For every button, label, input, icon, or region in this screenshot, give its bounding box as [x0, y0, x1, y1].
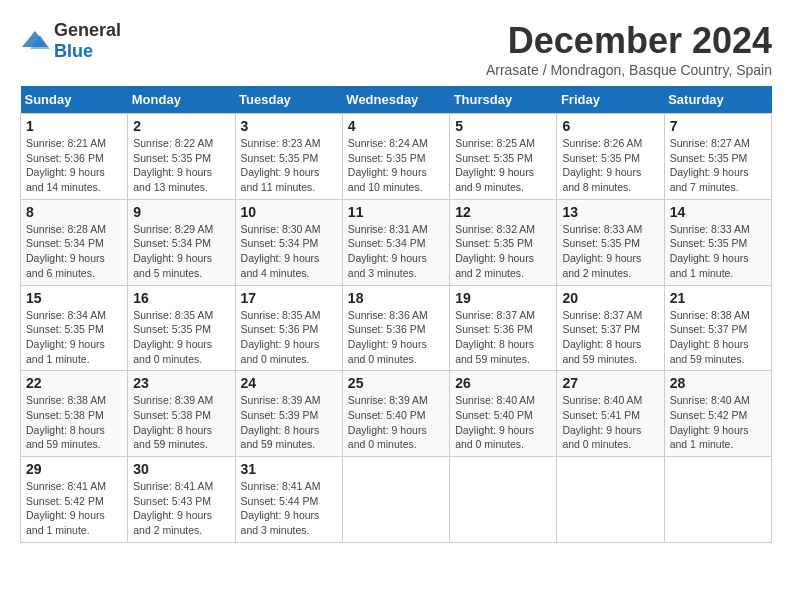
calendar-cell	[557, 457, 664, 543]
day-number: 16	[133, 290, 229, 306]
day-number: 26	[455, 375, 551, 391]
calendar-week-row: 22 Sunrise: 8:38 AMSunset: 5:38 PMDaylig…	[21, 371, 772, 457]
day-number: 2	[133, 118, 229, 134]
calendar-cell: 2 Sunrise: 8:22 AMSunset: 5:35 PMDayligh…	[128, 114, 235, 200]
calendar-cell: 17 Sunrise: 8:35 AMSunset: 5:36 PMDaylig…	[235, 285, 342, 371]
location-title: Arrasate / Mondragon, Basque Country, Sp…	[486, 62, 772, 78]
calendar-cell: 27 Sunrise: 8:40 AMSunset: 5:41 PMDaylig…	[557, 371, 664, 457]
calendar-cell: 10 Sunrise: 8:30 AMSunset: 5:34 PMDaylig…	[235, 199, 342, 285]
day-number: 15	[26, 290, 122, 306]
calendar-cell: 31 Sunrise: 8:41 AMSunset: 5:44 PMDaylig…	[235, 457, 342, 543]
day-detail: Sunrise: 8:38 AMSunset: 5:38 PMDaylight:…	[26, 394, 106, 450]
day-number: 22	[26, 375, 122, 391]
day-number: 5	[455, 118, 551, 134]
calendar-header-row: SundayMondayTuesdayWednesdayThursdayFrid…	[21, 86, 772, 114]
day-number: 6	[562, 118, 658, 134]
day-detail: Sunrise: 8:21 AMSunset: 5:36 PMDaylight:…	[26, 137, 106, 193]
day-detail: Sunrise: 8:27 AMSunset: 5:35 PMDaylight:…	[670, 137, 750, 193]
day-number: 31	[241, 461, 337, 477]
calendar-cell: 26 Sunrise: 8:40 AMSunset: 5:40 PMDaylig…	[450, 371, 557, 457]
day-detail: Sunrise: 8:41 AMSunset: 5:42 PMDaylight:…	[26, 480, 106, 536]
calendar-week-row: 1 Sunrise: 8:21 AMSunset: 5:36 PMDayligh…	[21, 114, 772, 200]
calendar-cell: 29 Sunrise: 8:41 AMSunset: 5:42 PMDaylig…	[21, 457, 128, 543]
day-detail: Sunrise: 8:41 AMSunset: 5:43 PMDaylight:…	[133, 480, 213, 536]
day-number: 28	[670, 375, 766, 391]
calendar-cell: 28 Sunrise: 8:40 AMSunset: 5:42 PMDaylig…	[664, 371, 771, 457]
calendar-cell: 19 Sunrise: 8:37 AMSunset: 5:36 PMDaylig…	[450, 285, 557, 371]
day-detail: Sunrise: 8:25 AMSunset: 5:35 PMDaylight:…	[455, 137, 535, 193]
calendar-cell: 9 Sunrise: 8:29 AMSunset: 5:34 PMDayligh…	[128, 199, 235, 285]
day-detail: Sunrise: 8:31 AMSunset: 5:34 PMDaylight:…	[348, 223, 428, 279]
calendar-cell: 22 Sunrise: 8:38 AMSunset: 5:38 PMDaylig…	[21, 371, 128, 457]
calendar-cell: 12 Sunrise: 8:32 AMSunset: 5:35 PMDaylig…	[450, 199, 557, 285]
calendar-cell: 16 Sunrise: 8:35 AMSunset: 5:35 PMDaylig…	[128, 285, 235, 371]
day-number: 10	[241, 204, 337, 220]
logo-general: General	[54, 20, 121, 40]
calendar-cell: 6 Sunrise: 8:26 AMSunset: 5:35 PMDayligh…	[557, 114, 664, 200]
day-number: 11	[348, 204, 444, 220]
column-header-friday: Friday	[557, 86, 664, 114]
day-number: 25	[348, 375, 444, 391]
logo-icon	[20, 29, 50, 53]
day-number: 24	[241, 375, 337, 391]
calendar-table: SundayMondayTuesdayWednesdayThursdayFrid…	[20, 86, 772, 543]
day-detail: Sunrise: 8:35 AMSunset: 5:36 PMDaylight:…	[241, 309, 321, 365]
calendar-cell: 11 Sunrise: 8:31 AMSunset: 5:34 PMDaylig…	[342, 199, 449, 285]
day-detail: Sunrise: 8:36 AMSunset: 5:36 PMDaylight:…	[348, 309, 428, 365]
day-number: 3	[241, 118, 337, 134]
day-detail: Sunrise: 8:30 AMSunset: 5:34 PMDaylight:…	[241, 223, 321, 279]
calendar-cell: 8 Sunrise: 8:28 AMSunset: 5:34 PMDayligh…	[21, 199, 128, 285]
calendar-cell: 1 Sunrise: 8:21 AMSunset: 5:36 PMDayligh…	[21, 114, 128, 200]
calendar-cell: 7 Sunrise: 8:27 AMSunset: 5:35 PMDayligh…	[664, 114, 771, 200]
day-detail: Sunrise: 8:29 AMSunset: 5:34 PMDaylight:…	[133, 223, 213, 279]
day-detail: Sunrise: 8:40 AMSunset: 5:40 PMDaylight:…	[455, 394, 535, 450]
day-detail: Sunrise: 8:23 AMSunset: 5:35 PMDaylight:…	[241, 137, 321, 193]
page-header: General Blue December 2024 Arrasate / Mo…	[20, 20, 772, 78]
day-detail: Sunrise: 8:32 AMSunset: 5:35 PMDaylight:…	[455, 223, 535, 279]
day-number: 14	[670, 204, 766, 220]
day-number: 9	[133, 204, 229, 220]
calendar-week-row: 8 Sunrise: 8:28 AMSunset: 5:34 PMDayligh…	[21, 199, 772, 285]
day-detail: Sunrise: 8:28 AMSunset: 5:34 PMDaylight:…	[26, 223, 106, 279]
day-detail: Sunrise: 8:41 AMSunset: 5:44 PMDaylight:…	[241, 480, 321, 536]
day-number: 4	[348, 118, 444, 134]
calendar-cell: 23 Sunrise: 8:39 AMSunset: 5:38 PMDaylig…	[128, 371, 235, 457]
day-detail: Sunrise: 8:37 AMSunset: 5:36 PMDaylight:…	[455, 309, 535, 365]
day-number: 21	[670, 290, 766, 306]
day-detail: Sunrise: 8:39 AMSunset: 5:39 PMDaylight:…	[241, 394, 321, 450]
day-number: 12	[455, 204, 551, 220]
calendar-cell: 24 Sunrise: 8:39 AMSunset: 5:39 PMDaylig…	[235, 371, 342, 457]
day-number: 30	[133, 461, 229, 477]
day-detail: Sunrise: 8:39 AMSunset: 5:40 PMDaylight:…	[348, 394, 428, 450]
day-detail: Sunrise: 8:39 AMSunset: 5:38 PMDaylight:…	[133, 394, 213, 450]
calendar-week-row: 29 Sunrise: 8:41 AMSunset: 5:42 PMDaylig…	[21, 457, 772, 543]
calendar-cell: 21 Sunrise: 8:38 AMSunset: 5:37 PMDaylig…	[664, 285, 771, 371]
calendar-cell: 4 Sunrise: 8:24 AMSunset: 5:35 PMDayligh…	[342, 114, 449, 200]
day-detail: Sunrise: 8:33 AMSunset: 5:35 PMDaylight:…	[670, 223, 750, 279]
calendar-cell: 15 Sunrise: 8:34 AMSunset: 5:35 PMDaylig…	[21, 285, 128, 371]
calendar-cell: 25 Sunrise: 8:39 AMSunset: 5:40 PMDaylig…	[342, 371, 449, 457]
day-detail: Sunrise: 8:40 AMSunset: 5:42 PMDaylight:…	[670, 394, 750, 450]
day-number: 1	[26, 118, 122, 134]
day-number: 7	[670, 118, 766, 134]
calendar-cell: 3 Sunrise: 8:23 AMSunset: 5:35 PMDayligh…	[235, 114, 342, 200]
day-detail: Sunrise: 8:26 AMSunset: 5:35 PMDaylight:…	[562, 137, 642, 193]
day-number: 18	[348, 290, 444, 306]
logo: General Blue	[20, 20, 121, 62]
day-number: 29	[26, 461, 122, 477]
calendar-week-row: 15 Sunrise: 8:34 AMSunset: 5:35 PMDaylig…	[21, 285, 772, 371]
day-number: 13	[562, 204, 658, 220]
column-header-saturday: Saturday	[664, 86, 771, 114]
title-area: December 2024 Arrasate / Mondragon, Basq…	[486, 20, 772, 78]
day-detail: Sunrise: 8:33 AMSunset: 5:35 PMDaylight:…	[562, 223, 642, 279]
column-header-wednesday: Wednesday	[342, 86, 449, 114]
calendar-cell: 20 Sunrise: 8:37 AMSunset: 5:37 PMDaylig…	[557, 285, 664, 371]
day-detail: Sunrise: 8:37 AMSunset: 5:37 PMDaylight:…	[562, 309, 642, 365]
month-title: December 2024	[486, 20, 772, 62]
day-number: 23	[133, 375, 229, 391]
calendar-cell: 18 Sunrise: 8:36 AMSunset: 5:36 PMDaylig…	[342, 285, 449, 371]
calendar-cell: 14 Sunrise: 8:33 AMSunset: 5:35 PMDaylig…	[664, 199, 771, 285]
day-number: 20	[562, 290, 658, 306]
calendar-cell	[664, 457, 771, 543]
day-detail: Sunrise: 8:38 AMSunset: 5:37 PMDaylight:…	[670, 309, 750, 365]
